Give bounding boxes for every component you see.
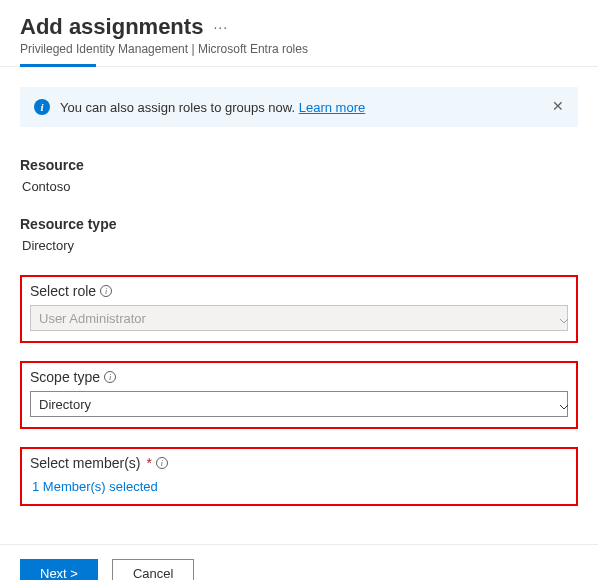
breadcrumb: Privileged Identity Management | Microso… — [20, 42, 578, 56]
info-tooltip-icon[interactable]: i — [104, 371, 116, 383]
select-role-section: Select role i User Administrator — [20, 275, 578, 343]
info-message: You can also assign roles to groups now. — [60, 100, 299, 115]
required-indicator: * — [146, 455, 151, 471]
select-role-label-row: Select role i — [30, 283, 568, 299]
select-members-label: Select member(s) — [30, 455, 140, 471]
resource-value: Contoso — [20, 179, 578, 194]
select-role-value: User Administrator — [39, 311, 146, 326]
members-selected-link[interactable]: 1 Member(s) selected — [30, 479, 158, 494]
info-tooltip-icon[interactable]: i — [100, 285, 112, 297]
resource-type-label: Resource type — [20, 216, 578, 232]
select-members-label-row: Select member(s) * i — [30, 455, 568, 471]
cancel-button[interactable]: Cancel — [112, 559, 194, 580]
select-role-dropdown[interactable]: User Administrator — [30, 305, 568, 331]
active-tab-indicator — [20, 64, 96, 67]
scope-type-value: Directory — [39, 397, 91, 412]
select-members-section: Select member(s) * i 1 Member(s) selecte… — [20, 447, 578, 506]
more-icon[interactable]: ··· — [213, 19, 228, 35]
scope-type-label: Scope type — [30, 369, 100, 385]
resource-type-value: Directory — [20, 238, 578, 253]
next-button[interactable]: Next > — [20, 559, 98, 580]
close-icon[interactable]: ✕ — [552, 99, 564, 113]
scope-type-section: Scope type i Directory — [20, 361, 578, 429]
resource-label: Resource — [20, 157, 578, 173]
learn-more-link[interactable]: Learn more — [299, 100, 365, 115]
info-text: You can also assign roles to groups now.… — [60, 100, 365, 115]
scope-type-dropdown[interactable]: Directory — [30, 391, 568, 417]
scope-type-label-row: Scope type i — [30, 369, 568, 385]
info-icon: i — [34, 99, 50, 115]
info-tooltip-icon[interactable]: i — [156, 457, 168, 469]
select-role-label: Select role — [30, 283, 96, 299]
info-banner: i You can also assign roles to groups no… — [20, 87, 578, 127]
page-title: Add assignments — [20, 14, 203, 40]
